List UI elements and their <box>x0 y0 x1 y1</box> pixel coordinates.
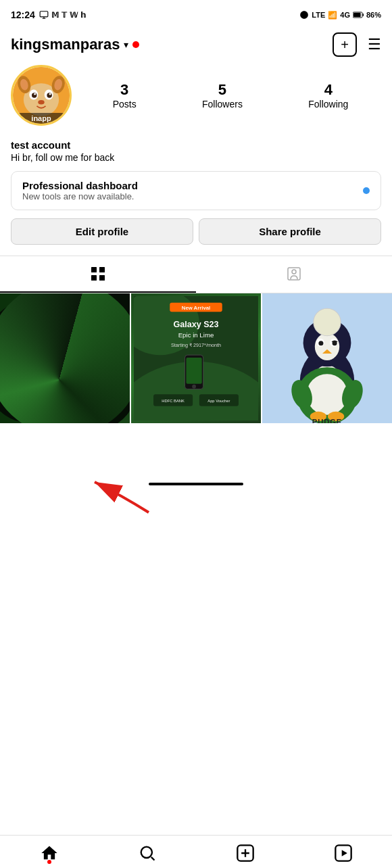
status-time: 12:24 𝕄 𝕋 𝕎 𝕙 <box>11 9 86 20</box>
svg-point-40 <box>192 385 196 389</box>
svg-point-26 <box>0 362 130 423</box>
network-label: 4G <box>340 11 350 19</box>
nav-home[interactable] <box>40 844 59 863</box>
svg-rect-0 <box>40 11 48 17</box>
profile-section: inapp 3 Posts 5 Followers 4 Following <box>0 65 392 134</box>
posts-label: Posts <box>113 99 137 110</box>
account-switcher-chevron[interactable]: ▾ <box>124 39 128 50</box>
nav-add[interactable] <box>236 844 255 863</box>
add-content-button[interactable]: + <box>333 32 357 57</box>
grid-icon <box>90 266 106 282</box>
svg-rect-21 <box>99 275 105 281</box>
dashboard-notification-dot <box>363 187 370 194</box>
followers-stat[interactable]: 5 Followers <box>202 81 243 110</box>
svg-point-23 <box>292 270 296 274</box>
tab-grid[interactable] <box>0 256 196 293</box>
posts-count: 3 <box>120 81 128 99</box>
svg-point-25 <box>0 335 109 423</box>
svg-text:Starting ₹ 2917*/month: Starting ₹ 2917*/month <box>171 342 221 348</box>
add-post-icon <box>236 844 255 863</box>
notification-dot <box>132 41 139 48</box>
content-tabs <box>0 256 392 293</box>
post-3[interactable]: PUDGE <box>262 293 392 423</box>
bottom-nav <box>0 835 392 868</box>
following-count: 4 <box>324 81 333 99</box>
followers-count: 5 <box>218 81 226 99</box>
followers-label: Followers <box>202 99 243 110</box>
svg-rect-19 <box>99 267 105 272</box>
svg-text:New Arrival: New Arrival <box>182 305 210 311</box>
bio-name: test account <box>11 139 381 151</box>
post-2-image: New Arrival Galaxy S23 Epic in Lime Star… <box>131 293 261 423</box>
home-notification-dot <box>47 860 51 864</box>
svg-point-28 <box>34 320 89 375</box>
following-label: Following <box>308 99 348 110</box>
svg-point-15 <box>49 93 51 95</box>
dashboard-text: Professional dashboard New tools are now… <box>22 180 138 201</box>
status-right-icons: LTE 📶 4G 86% <box>299 10 381 20</box>
dashboard-subtitle: New tools are now available. <box>22 191 138 201</box>
post-1-image <box>0 293 130 423</box>
svg-point-49 <box>307 374 348 415</box>
header-right: + ☰ <box>333 32 381 57</box>
svg-rect-24 <box>0 293 130 423</box>
svg-point-14 <box>34 93 36 95</box>
avatar[interactable]: inapp <box>11 65 72 126</box>
signal-label: 📶 <box>328 11 337 20</box>
svg-point-27 <box>0 293 82 423</box>
bio-text: Hi br, foll ow me for back <box>11 152 381 163</box>
nav-reels[interactable] <box>334 844 353 863</box>
svg-rect-18 <box>91 267 97 272</box>
avatar-overlay-label: inapp <box>13 113 70 124</box>
nav-search[interactable] <box>138 844 157 863</box>
svg-rect-20 <box>91 275 97 281</box>
username-label[interactable]: kingsmanparas <box>11 36 120 53</box>
posts-stat[interactable]: 3 Posts <box>113 81 137 110</box>
following-stat[interactable]: 4 Following <box>308 81 348 110</box>
professional-dashboard-card[interactable]: Professional dashboard New tools are now… <box>11 171 381 210</box>
svg-point-16 <box>38 100 44 105</box>
svg-point-51 <box>315 333 339 360</box>
svg-text:HDFC BANK: HDFC BANK <box>162 399 185 403</box>
stats-container: 3 Posts 5 Followers 4 Following <box>72 81 381 110</box>
share-profile-button[interactable]: Share profile <box>199 218 381 245</box>
time-label: 12:24 <box>11 9 35 20</box>
menu-icon: ☰ <box>368 36 381 53</box>
reels-icon <box>334 844 353 863</box>
add-icon: + <box>341 37 349 53</box>
svg-point-29 <box>62 293 130 389</box>
post-3-image: PUDGE <box>262 293 392 423</box>
svg-marker-66 <box>341 850 347 856</box>
action-section: Edit profile Share profile <box>0 218 392 256</box>
hamburger-menu-button[interactable]: ☰ <box>368 36 381 53</box>
profile-stats-row: inapp 3 Posts 5 Followers 4 Following <box>11 65 381 126</box>
svg-text:App Voucher: App Voucher <box>207 399 230 403</box>
tagged-icon <box>286 266 302 282</box>
bio-section: test account Hi br, foll ow me for back <box>0 134 392 171</box>
svg-point-63 <box>141 847 151 858</box>
svg-rect-39 <box>186 358 201 384</box>
post-1[interactable] <box>0 293 130 423</box>
svg-point-55 <box>318 341 323 345</box>
svg-rect-3 <box>353 13 361 17</box>
dashboard-title: Professional dashboard <box>22 180 138 191</box>
action-buttons: Edit profile Share profile <box>0 218 392 256</box>
svg-text:Epic in Lime: Epic in Lime <box>178 331 214 339</box>
svg-point-52 <box>314 308 341 335</box>
tab-tagged[interactable] <box>196 256 392 293</box>
search-icon <box>138 844 157 863</box>
svg-text:Galaxy S23: Galaxy S23 <box>173 320 218 329</box>
lte-label: LTE <box>312 11 325 19</box>
svg-rect-2 <box>363 14 364 16</box>
header-left: kingsmanparas ▾ <box>11 36 139 53</box>
edit-profile-button[interactable]: Edit profile <box>11 218 193 245</box>
battery-label: 86% <box>366 11 381 19</box>
app-header: kingsmanparas ▾ + ☰ <box>0 27 392 65</box>
status-bar: 12:24 𝕄 𝕋 𝕎 𝕙 LTE 📶 4G 86% <box>0 0 392 27</box>
post-2[interactable]: New Arrival Galaxy S23 Epic in Lime Star… <box>131 293 261 423</box>
posts-grid: New Arrival Galaxy S23 Epic in Lime Star… <box>0 293 392 423</box>
status-app-icons: 𝕄 𝕋 𝕎 𝕙 <box>39 10 86 20</box>
svg-text:PUDGE: PUDGE <box>312 418 343 423</box>
arrow-annotation <box>81 475 162 519</box>
